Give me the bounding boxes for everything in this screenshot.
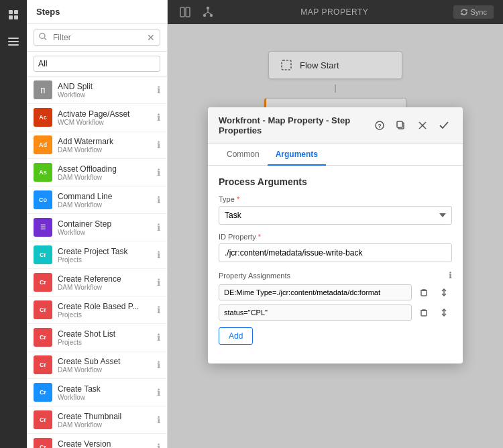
sidebar-item-title-container-step: Container Step: [58, 219, 152, 229]
sidebar-item-subtitle-create-project-task: Projects: [58, 256, 152, 264]
sidebar-item-create-thumbnail[interactable]: CrCreate ThumbnailDAM Workflowℹ: [27, 406, 167, 434]
sidebar-item-subtitle-create-role-based: Projects: [58, 311, 152, 319]
sidebar-item-icon-add-watermark: Ad: [34, 135, 52, 154]
sidebar-item-icon-create-project-task: Cr: [34, 245, 52, 264]
property-row-delete-0[interactable]: [416, 284, 432, 300]
sidebar-item-text-container-step: Container StepWorkflow: [58, 219, 152, 236]
modal-close-button[interactable]: [414, 117, 431, 133]
modal-copy-button[interactable]: [393, 117, 409, 133]
sidebar-item-text-create-role-based: Create Role Based P...Projects: [58, 302, 152, 319]
sidebar-item-info-icon-create-project-task[interactable]: ℹ: [157, 249, 160, 260]
svg-rect-5: [8, 41, 19, 42]
tab-arguments[interactable]: Arguments: [268, 144, 326, 166]
svg-rect-0: [9, 10, 13, 14]
sidebar-item-info-icon-create-shot-list[interactable]: ℹ: [157, 332, 160, 343]
left-rail: [0, 0, 27, 448]
svg-rect-2: [9, 15, 13, 19]
sidebar-item-title-asset-offloading: Asset Offloading: [58, 164, 152, 174]
property-assignments-label: Property Assignments: [219, 272, 290, 280]
sidebar-item-text-create-project-task: Create Project TaskProjects: [58, 247, 152, 264]
sidebar-item-activate-page[interactable]: AcActivate Page/AssetWCM Workflowℹ: [27, 104, 167, 131]
sidebar-item-text-add-watermark: Add WatermarkDAM Workflow: [58, 137, 152, 154]
sidebar-item-icon-container-step: ☰: [34, 218, 52, 237]
sidebar-item-create-task[interactable]: CrCreate TaskWorkflowℹ: [27, 379, 167, 406]
sidebar-item-create-sub-asset[interactable]: CrCreate Sub AssetDAM Workflowℹ: [27, 351, 167, 379]
sidebar-item-info-icon-create-sub-asset[interactable]: ℹ: [157, 359, 160, 370]
sidebar-item-info-icon-create-version[interactable]: ℹ: [157, 442, 160, 448]
type-label: Type *: [219, 195, 452, 203]
sidebar-item-text-command-line: Command LineDAM Workflow: [58, 192, 152, 209]
sidebar-item-subtitle-create-task: Workflow: [58, 394, 152, 401]
id-property-input[interactable]: [219, 243, 452, 262]
main-area: MAP PROPERTY Sync Flow Start Wo Workfron…: [168, 0, 503, 448]
svg-text:?: ?: [378, 123, 382, 129]
property-row-move-0[interactable]: [436, 284, 452, 300]
menu-icon[interactable]: [5, 34, 21, 50]
sidebar-item-info-icon-and-split[interactable]: ℹ: [157, 85, 160, 95]
sidebar-item-command-line[interactable]: CoCommand LineDAM Workflowℹ: [27, 186, 167, 214]
sidebar-list: ∏AND SplitWorkflowℹAcActivate Page/Asset…: [27, 76, 167, 448]
property-row-input-1[interactable]: [219, 304, 412, 321]
sidebar-item-title-activate-page: Activate Page/Asset: [58, 109, 152, 119]
modal-tabs: Common Arguments: [208, 144, 463, 166]
sidebar-item-create-shot-list[interactable]: CrCreate Shot ListProjectsℹ: [27, 324, 167, 351]
property-row-move-1[interactable]: [436, 304, 452, 321]
sidebar-item-text-create-shot-list: Create Shot ListProjects: [58, 329, 152, 346]
property-assignments-info-icon[interactable]: ℹ: [449, 270, 452, 280]
sidebar-item-create-role-based[interactable]: CrCreate Role Based P...Projectsℹ: [27, 296, 167, 324]
svg-rect-1: [14, 10, 18, 14]
modal-header: Workfront - Map Property - Step Properti…: [208, 107, 463, 144]
grid-icon[interactable]: [5, 7, 21, 23]
modal-body: Process Arguments Type * Task Project Is…: [208, 166, 463, 363]
sidebar-item-and-split[interactable]: ∏AND SplitWorkflowℹ: [27, 76, 167, 104]
sidebar-item-info-icon-activate-page[interactable]: ℹ: [157, 112, 160, 123]
sidebar-item-icon-create-reference: Cr: [34, 273, 52, 292]
property-assignments-group: Property Assignments ℹ Add: [219, 270, 452, 345]
add-property-button[interactable]: Add: [219, 327, 253, 345]
sidebar-item-subtitle-container-step: Workflow: [58, 229, 152, 236]
sidebar-item-create-reference[interactable]: CrCreate ReferenceDAM Workflowℹ: [27, 269, 167, 296]
sidebar-item-title-create-task: Create Task: [58, 384, 152, 394]
sidebar-item-icon-create-task: Cr: [34, 383, 52, 402]
filter-select[interactable]: All Workflow DAM Workflow WCM Workflow P…: [34, 56, 160, 72]
sidebar-item-text-asset-offloading: Asset OffloadingDAM Workflow: [58, 164, 152, 181]
sidebar-item-info-icon-create-thumbnail[interactable]: ℹ: [157, 414, 160, 425]
sidebar-item-info-icon-container-step[interactable]: ℹ: [157, 222, 160, 233]
sidebar-item-info-icon-create-task[interactable]: ℹ: [157, 387, 160, 398]
sidebar-item-create-project-task[interactable]: CrCreate Project TaskProjectsℹ: [27, 241, 167, 269]
sidebar-item-info-icon-command-line[interactable]: ℹ: [157, 194, 160, 205]
sidebar-item-title-create-project-task: Create Project Task: [58, 247, 152, 256]
sidebar-item-text-create-sub-asset: Create Sub AssetDAM Workflow: [58, 357, 152, 374]
svg-line-8: [45, 38, 47, 40]
svg-rect-21: [397, 121, 402, 127]
svg-rect-3: [14, 15, 18, 19]
sidebar-item-container-step[interactable]: ☰Container StepWorkflowℹ: [27, 214, 167, 241]
sidebar-item-info-icon-create-role-based[interactable]: ℹ: [157, 304, 160, 315]
sidebar-item-info-icon-asset-offloading[interactable]: ℹ: [157, 167, 160, 178]
tab-common[interactable]: Common: [219, 144, 268, 166]
modal-overlay: Workfront - Map Property - Step Properti…: [168, 0, 503, 448]
modal-help-button[interactable]: ?: [372, 117, 388, 133]
search-input[interactable]: [34, 30, 160, 46]
property-row-input-0[interactable]: [219, 284, 412, 300]
sidebar-item-subtitle-and-split: Workflow: [58, 91, 152, 99]
sidebar-item-create-version[interactable]: CrCreate VersionWCM Workflowℹ: [27, 434, 167, 448]
sidebar-item-subtitle-asset-offloading: DAM Workflow: [58, 174, 152, 181]
sidebar-item-icon-create-version: Cr: [34, 438, 52, 448]
sidebar-item-icon-create-shot-list: Cr: [34, 328, 52, 347]
property-row-delete-1[interactable]: [416, 304, 432, 321]
sidebar-item-info-icon-add-watermark[interactable]: ℹ: [157, 139, 160, 150]
sidebar-search-container: ✕: [27, 24, 167, 52]
process-arguments-title: Process Arguments: [219, 176, 452, 187]
modal-confirm-button[interactable]: [436, 117, 452, 133]
property-row-1: [219, 304, 452, 321]
clear-icon[interactable]: ✕: [147, 32, 155, 43]
sidebar-item-title-create-shot-list: Create Shot List: [58, 329, 152, 339]
sidebar-item-info-icon-create-reference[interactable]: ℹ: [157, 277, 160, 288]
sidebar-item-text-create-task: Create TaskWorkflow: [58, 384, 152, 401]
sidebar-item-asset-offloading[interactable]: AsAsset OffloadingDAM Workflowℹ: [27, 159, 167, 186]
sidebar-item-title-create-reference: Create Reference: [58, 274, 152, 284]
sidebar: Steps ✕ All Workflow DAM Workflow WCM Wo…: [27, 0, 168, 448]
sidebar-item-add-watermark[interactable]: AdAdd WatermarkDAM Workflowℹ: [27, 131, 167, 159]
type-select[interactable]: Task Project Issue: [219, 206, 452, 225]
